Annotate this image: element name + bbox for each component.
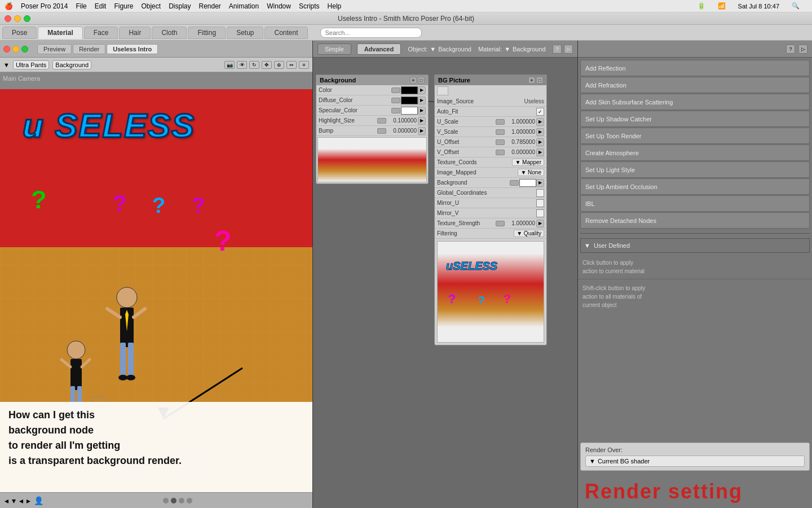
- minimize-button[interactable]: [14, 15, 21, 22]
- filtering-dropdown[interactable]: ▼ Quality: [514, 230, 544, 237]
- user-defined-header[interactable]: ▼ User Defined: [580, 238, 810, 253]
- menu-window[interactable]: Window: [267, 2, 291, 10]
- texstrength-arrow[interactable]: ▶: [536, 220, 544, 227]
- vscale-arrow[interactable]: ▶: [536, 128, 544, 136]
- menu-scripts[interactable]: Scripts: [299, 2, 320, 10]
- bgpic-btn-1[interactable]: ≡: [528, 77, 535, 84]
- texstrength-connector[interactable]: [496, 221, 505, 226]
- camera-btn[interactable]: 📷: [224, 61, 235, 69]
- dot-1[interactable]: [163, 498, 169, 503]
- left-arrow2[interactable]: ◂: [19, 496, 23, 505]
- vscale-connector[interactable]: [496, 129, 505, 135]
- uoffset-connector[interactable]: [496, 139, 505, 145]
- voffset-arrow[interactable]: ▶: [536, 148, 544, 156]
- menu-poser[interactable]: Poser Pro 2014: [21, 2, 68, 10]
- menu-animation[interactable]: Animation: [229, 2, 259, 10]
- color-arrow[interactable]: ▶: [418, 86, 426, 94]
- dot-4[interactable]: [187, 498, 192, 503]
- uscale-arrow[interactable]: ▶: [536, 118, 544, 126]
- btn-add-skin-sss[interactable]: Add Skin Subsurface Scattering: [580, 94, 810, 110]
- mat-help[interactable]: ?: [553, 45, 562, 54]
- tool-btn1[interactable]: ⇔: [286, 61, 297, 69]
- render-over-dropdown[interactable]: ▼ Current BG shader: [585, 456, 805, 467]
- btn-shadow-catcher[interactable]: Set Up Shadow Catcher: [580, 111, 810, 127]
- btn-ambient-occlusion[interactable]: Set Up Ambient Occlusion: [580, 178, 810, 195]
- tab-pose[interactable]: Pose: [2, 27, 37, 39]
- menu-figure[interactable]: Figure: [114, 2, 133, 10]
- tab-advanced[interactable]: Advanced: [357, 43, 401, 55]
- specular-swatch[interactable]: [401, 107, 418, 115]
- search-icon[interactable]: 🔍: [792, 2, 800, 10]
- globalcoords-checkbox[interactable]: [536, 189, 544, 197]
- voffset-connector[interactable]: [496, 150, 505, 155]
- menu-help[interactable]: Help: [328, 2, 342, 10]
- right-arrow[interactable]: ▸: [27, 496, 30, 505]
- subobject-dropdown[interactable]: Background: [52, 60, 91, 69]
- panel-close[interactable]: [3, 46, 10, 52]
- tab-search-input[interactable]: [320, 28, 422, 38]
- color-connector[interactable]: [391, 87, 400, 93]
- texcoords-dropdown[interactable]: ▼ Mapper: [512, 159, 544, 166]
- panel-expand[interactable]: [21, 46, 28, 52]
- eye-btn[interactable]: 👁: [237, 61, 247, 69]
- tab-simple[interactable]: Simple: [317, 43, 351, 55]
- image-preview-small[interactable]: [437, 86, 448, 95]
- maximize-button[interactable]: [24, 15, 30, 22]
- apple-menu[interactable]: 🍎: [5, 2, 13, 10]
- dot-2[interactable]: [171, 498, 176, 503]
- tab-material[interactable]: Material: [38, 27, 82, 39]
- specular-connector[interactable]: [391, 108, 400, 113]
- mat-expand[interactable]: ▷: [564, 45, 573, 54]
- tab-face[interactable]: Face: [84, 27, 118, 39]
- menu-file[interactable]: File: [76, 2, 86, 10]
- bg-arrow[interactable]: ▶: [536, 179, 544, 187]
- menu-object[interactable]: Object: [141, 2, 161, 10]
- btn-add-reflection[interactable]: Add Reflection: [580, 60, 810, 76]
- tab-render[interactable]: Render: [73, 44, 105, 54]
- scale-btn[interactable]: ⊕: [274, 61, 284, 69]
- right-expand-btn[interactable]: ▷: [798, 45, 807, 54]
- prev-arrow[interactable]: ◂: [5, 496, 8, 505]
- bump-connector[interactable]: [377, 128, 386, 134]
- btn-toon-render[interactable]: Set Up Toon Render: [580, 128, 810, 144]
- imgmapped-dropdown[interactable]: ▼ None: [518, 169, 544, 176]
- btn-remove-detached[interactable]: Remove Detached Nodes: [580, 212, 810, 229]
- bump-arrow[interactable]: ▶: [418, 127, 426, 135]
- mirroru-checkbox[interactable]: [536, 199, 544, 207]
- tab-useless-intro[interactable]: Useless Intro: [107, 44, 158, 54]
- move-btn[interactable]: ✥: [262, 61, 272, 69]
- diffuse-connector[interactable]: [391, 98, 400, 103]
- specular-arrow[interactable]: ▶: [418, 107, 426, 115]
- uoffset-arrow[interactable]: ▶: [536, 138, 544, 146]
- uscale-connector[interactable]: [496, 119, 505, 125]
- tab-fitting[interactable]: Fitting: [188, 27, 226, 39]
- btn-add-refraction[interactable]: Add Refraction: [580, 77, 810, 93]
- tab-cloth[interactable]: Cloth: [152, 27, 187, 39]
- bgpic-btn-2[interactable]: □: [536, 77, 543, 84]
- menu-edit[interactable]: Edit: [95, 2, 107, 10]
- panel-minimize[interactable]: [12, 46, 19, 52]
- close-button[interactable]: [5, 15, 11, 22]
- diffuse-arrow[interactable]: ▶: [418, 97, 426, 104]
- node-btn-1[interactable]: ≡: [410, 77, 417, 84]
- diffuse-swatch[interactable]: [401, 97, 418, 104]
- object-dropdown[interactable]: Ultra Pants: [13, 60, 49, 69]
- color-swatch-black[interactable]: [401, 86, 418, 94]
- highlight-arrow[interactable]: ▶: [418, 117, 426, 125]
- bg-swatch[interactable]: [519, 179, 536, 187]
- autofit-checkbox[interactable]: ✓: [536, 108, 544, 116]
- bg-connector[interactable]: [510, 180, 519, 186]
- figure-icon[interactable]: 👤: [34, 496, 43, 505]
- mirrorv-checkbox[interactable]: [536, 209, 544, 217]
- tab-setup[interactable]: Setup: [227, 27, 263, 39]
- tab-content[interactable]: Content: [264, 27, 307, 39]
- tool-btn2[interactable]: ≡: [299, 61, 309, 69]
- tab-preview[interactable]: Preview: [37, 44, 72, 54]
- node-btn-2[interactable]: □: [418, 77, 425, 84]
- menu-render[interactable]: Render: [198, 2, 220, 10]
- down-arrow[interactable]: ▾: [12, 496, 16, 505]
- btn-create-atmosphere[interactable]: Create Atmosphere: [580, 144, 810, 161]
- tab-hair[interactable]: Hair: [119, 27, 151, 39]
- right-help-btn[interactable]: ?: [786, 45, 795, 54]
- rotate-btn[interactable]: ↻: [249, 61, 259, 69]
